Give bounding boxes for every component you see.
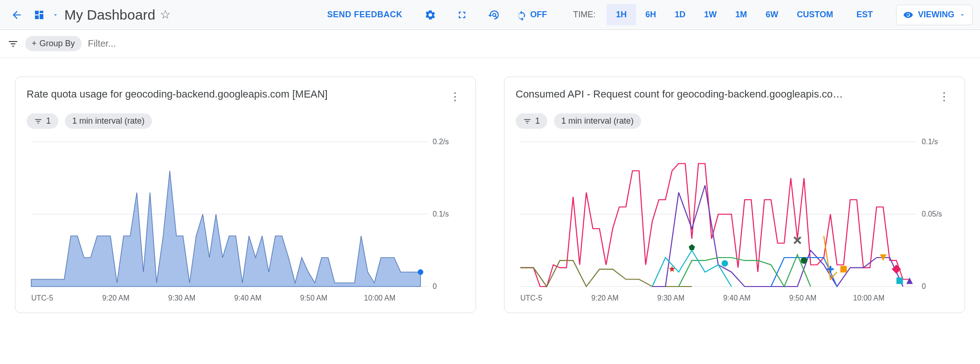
svg-text:9:30 AM: 9:30 AM [168,294,196,302]
svg-text:UTC-5: UTC-5 [520,294,542,302]
filter-count-chip[interactable]: 1 [27,113,58,129]
chart-card-requests: Consumed API - Request count for geocodi… [504,77,965,313]
auto-refresh-label: OFF [530,10,547,20]
kebab-menu-icon[interactable]: ⋮ [446,88,464,105]
favorite-star-icon[interactable]: ☆ [160,7,171,22]
chevron-down-icon [959,12,966,18]
filter-icon [523,117,531,126]
svg-rect-31 [840,266,847,273]
svg-marker-28 [689,244,695,250]
filter-input[interactable] [88,38,228,49]
send-feedback-link[interactable]: SEND FEEDBACK [322,10,408,20]
svg-line-1 [496,16,497,17]
group-by-label: Group By [40,39,75,49]
chart-card-quota: Rate quota usage for geocoding-backend.g… [15,77,476,313]
zoom-reset-icon[interactable] [484,6,503,24]
filter-count-chip[interactable]: 1 [516,113,547,129]
filterbar: + Group By [0,30,980,58]
time-label: TIME: [573,10,595,20]
time-range-selector: 1H 6H 1D 1W 1M 6W CUSTOM [607,4,842,25]
interval-label: 1 min interval (rate) [561,116,634,126]
fullscreen-icon[interactable] [453,6,471,24]
time-range-6w[interactable]: 6W [756,4,787,25]
chart-area-quota[interactable]: 00.1/s0.2/sUTC-59:20 AM9:30 AM9:40 AM9:5… [27,137,464,305]
layout-dropdown-icon[interactable] [52,12,59,18]
svg-point-30 [801,257,807,264]
svg-text:0.05/s: 0.05/s [922,210,942,218]
charts-row: Rate quota usage for geocoding-backend.g… [0,58,980,332]
viewing-label: VIEWING [918,10,954,20]
kebab-menu-icon[interactable]: ⋮ [935,88,953,105]
auto-refresh-toggle[interactable]: OFF [516,9,547,21]
plus-icon: + [32,39,37,49]
svg-text:10:00 AM: 10:00 AM [853,294,885,302]
chart-title: Consumed API - Request count for geocodi… [516,88,843,100]
viewing-mode-button[interactable]: VIEWING [896,5,973,25]
svg-text:0.1/s: 0.1/s [433,210,449,218]
time-range-1m[interactable]: 1M [726,4,756,25]
filter-count: 1 [535,116,540,126]
svg-text:9:50 AM: 9:50 AM [300,294,328,302]
page-title: My Dashboard [64,7,155,23]
svg-text:10:00 AM: 10:00 AM [364,294,396,302]
filter-icon [34,117,42,126]
svg-text:9:30 AM: 9:30 AM [657,294,685,302]
interval-label: 1 min interval (rate) [72,116,145,126]
time-range-1d[interactable]: 1D [665,4,695,25]
svg-text:0: 0 [433,282,437,290]
filter-list-icon[interactable] [7,38,19,49]
back-arrow-icon[interactable] [7,6,26,24]
svg-text:9:20 AM: 9:20 AM [591,294,619,302]
time-range-custom[interactable]: CUSTOM [787,4,842,25]
time-range-1h[interactable]: 1H [607,4,636,25]
svg-point-29 [722,260,728,266]
svg-text:0: 0 [922,282,926,290]
group-by-chip[interactable]: + Group By [25,36,82,51]
interval-chip[interactable]: 1 min interval (rate) [65,113,152,129]
chart-title: Rate quota usage for geocoding-backend.g… [27,88,328,100]
svg-text:9:20 AM: 9:20 AM [102,294,130,302]
svg-text:9:40 AM: 9:40 AM [723,294,751,302]
svg-point-0 [493,13,496,16]
topbar: My Dashboard ☆ SEND FEEDBACK OFF TIME: 1… [0,0,980,30]
interval-chip[interactable]: 1 min interval (rate) [554,113,641,129]
timezone-button[interactable]: EST [846,5,883,24]
chart-area-requests[interactable]: 00.05/s0.1/sUTC-59:20 AM9:30 AM9:40 AM9:… [516,137,953,305]
svg-text:UTC-5: UTC-5 [31,294,53,302]
filter-count: 1 [46,116,51,126]
dashboard-layout-icon[interactable] [30,6,48,24]
time-range-6h[interactable]: 6H [636,4,665,25]
time-range-1w[interactable]: 1W [695,4,726,25]
svg-text:0.1/s: 0.1/s [922,138,938,146]
gear-icon[interactable] [421,6,440,24]
svg-text:0.2/s: 0.2/s [433,138,449,146]
svg-text:9:50 AM: 9:50 AM [789,294,817,302]
svg-text:9:40 AM: 9:40 AM [234,294,262,302]
svg-rect-34 [897,278,903,284]
svg-point-14 [418,269,423,275]
eye-icon [903,10,913,20]
svg-marker-35 [906,278,913,284]
